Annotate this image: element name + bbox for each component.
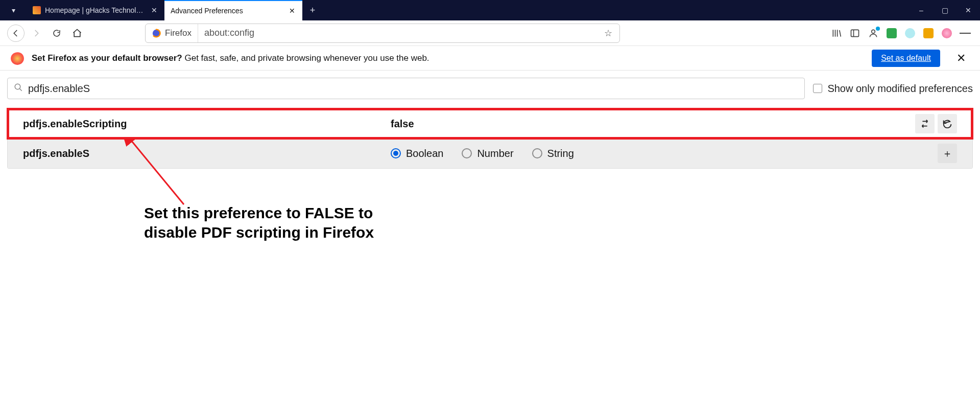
home-button[interactable] <box>68 25 86 42</box>
reload-button[interactable] <box>48 25 65 42</box>
bookmark-star-icon[interactable]: ☆ <box>597 28 619 39</box>
library-icon[interactable] <box>831 28 842 39</box>
window-close-button[interactable]: ✕ <box>957 0 980 20</box>
search-row: Show only modified preferences <box>7 78 973 99</box>
tab-strip: Homepage | gHacks Technology News ✕ Adva… <box>0 0 323 20</box>
site-identity[interactable]: Firefox <box>146 24 198 42</box>
svg-point-2 <box>872 30 875 33</box>
extension-icon-2[interactable] <box>904 28 916 39</box>
pref-name: pdfjs.enableScripting <box>23 118 391 130</box>
pref-row-new[interactable]: pdfjs.enableS Boolean Number String ＋ <box>8 139 972 168</box>
reset-button[interactable] <box>938 114 957 133</box>
window-minimize-button[interactable]: – <box>910 0 933 20</box>
window-maximize-button[interactable]: ▢ <box>933 0 957 20</box>
back-button[interactable] <box>7 25 25 42</box>
annotation-text: Set this preference to FALSE to disable … <box>144 203 415 243</box>
radio-label: String <box>547 148 574 159</box>
toolbar-right <box>831 28 973 39</box>
forward-button <box>28 25 45 42</box>
firefox-logo-icon <box>10 51 25 65</box>
radio-icon <box>462 148 472 158</box>
radio-string[interactable]: String <box>532 148 574 159</box>
pref-table: pdfjs.enableScripting false pdfjs.enable… <box>7 108 973 169</box>
tab-ghacks[interactable]: Homepage | gHacks Technology News ✕ <box>27 0 164 20</box>
pref-search-box[interactable] <box>7 78 805 99</box>
window-controls: – ▢ ✕ <box>910 0 980 20</box>
tab-label: Homepage | gHacks Technology News <box>45 6 146 14</box>
extension-icon-1[interactable] <box>886 28 897 39</box>
account-icon[interactable] <box>868 28 879 39</box>
svg-rect-1 <box>851 30 859 36</box>
pref-actions <box>908 114 957 133</box>
set-default-button[interactable]: Set as default <box>872 50 940 67</box>
radio-number[interactable]: Number <box>462 148 513 159</box>
url-input[interactable] <box>198 28 597 38</box>
banner-rest: Get fast, safe, and private browsing whe… <box>182 53 429 63</box>
radio-icon <box>391 148 401 158</box>
firefox-icon <box>152 29 161 38</box>
checkbox-icon[interactable] <box>813 84 822 93</box>
tab-aboutconfig[interactable]: Advanced Preferences ✕ <box>164 0 302 20</box>
show-modified-label: Show only modified preferences <box>827 83 973 95</box>
pref-name: pdfjs.enableS <box>23 148 391 159</box>
svg-point-4 <box>15 84 20 89</box>
app-menu-button[interactable] <box>960 28 971 39</box>
nav-toolbar: Firefox ☆ <box>0 20 980 46</box>
favicon-ghacks <box>33 6 41 14</box>
close-tab-icon[interactable]: ✕ <box>288 7 296 15</box>
search-icon <box>14 83 23 95</box>
toggle-button[interactable] <box>915 114 935 133</box>
extension-icon-4[interactable] <box>941 28 952 39</box>
aboutconfig-content: Show only modified preferences pdfjs.ena… <box>0 71 980 176</box>
banner-close-icon[interactable]: ✕ <box>952 50 970 67</box>
pref-value: false <box>391 118 908 130</box>
close-tab-icon[interactable]: ✕ <box>150 6 158 14</box>
radio-label: Number <box>477 148 513 159</box>
sidebar-icon[interactable] <box>849 28 861 39</box>
banner-bold: Set Firefox as your default browser? <box>32 53 182 63</box>
notification-dot <box>876 27 880 31</box>
show-modified-toggle[interactable]: Show only modified preferences <box>813 83 973 95</box>
window-titlebar: ▾ Homepage | gHacks Technology News ✕ Ad… <box>0 0 980 20</box>
add-pref-button[interactable]: ＋ <box>938 144 957 163</box>
tab-scroll-button[interactable]: ▾ <box>0 0 27 20</box>
pref-type-radios: Boolean Number String <box>391 148 908 159</box>
extension-icon-3[interactable] <box>923 28 934 39</box>
tab-label: Advanced Preferences <box>171 7 284 15</box>
default-browser-banner: Set Firefox as your default browser? Get… <box>0 46 980 71</box>
new-tab-button[interactable]: + <box>302 0 323 20</box>
radio-label: Boolean <box>406 148 443 159</box>
pref-row-enable-scripting[interactable]: pdfjs.enableScripting false <box>8 109 972 139</box>
radio-boolean[interactable]: Boolean <box>391 148 443 159</box>
pref-search-input[interactable] <box>28 83 798 95</box>
pref-actions: ＋ <box>908 144 957 163</box>
radio-icon <box>532 148 542 158</box>
banner-text: Set Firefox as your default browser? Get… <box>32 53 429 63</box>
identity-label: Firefox <box>165 28 192 38</box>
url-bar[interactable]: Firefox ☆ <box>145 24 620 43</box>
